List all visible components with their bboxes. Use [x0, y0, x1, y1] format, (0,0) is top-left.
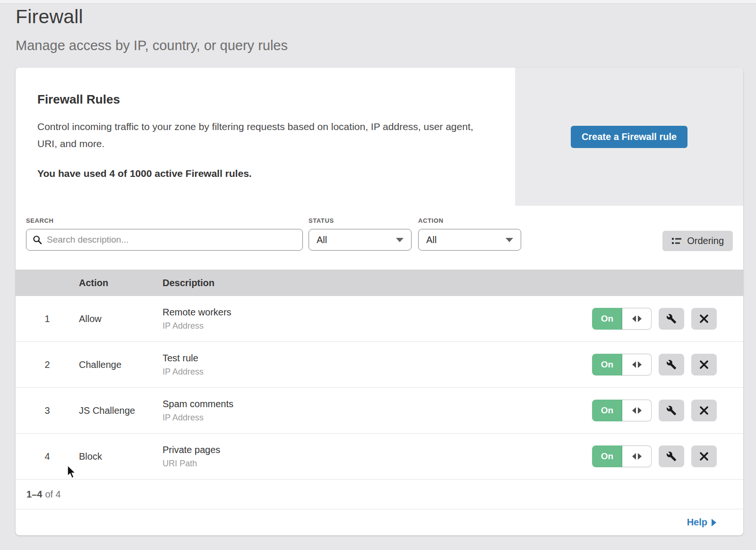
rule-toggle[interactable]: On	[592, 400, 652, 421]
rule-priority: 1	[16, 314, 79, 324]
ordering-button-label: Ordering	[687, 236, 724, 246]
edit-rule-button[interactable]	[659, 308, 684, 330]
left-arrow-icon	[632, 453, 636, 460]
left-arrow-icon	[632, 407, 636, 414]
delete-rule-button[interactable]	[691, 308, 717, 330]
rule-type: IP Address	[163, 321, 591, 331]
list-icon	[671, 236, 682, 246]
firewall-rules-card: Firewall Rules Control incoming traffic …	[16, 68, 743, 535]
wrench-icon	[666, 405, 677, 416]
rule-description: Private pages	[163, 445, 591, 455]
delete-rule-button[interactable]	[691, 354, 717, 375]
search-input-box[interactable]	[26, 229, 303, 251]
toggle-on-label: On	[592, 445, 622, 467]
mouse-cursor	[67, 465, 79, 479]
table-header: Action Description	[16, 270, 743, 296]
edit-rule-button[interactable]	[659, 445, 684, 467]
action-select[interactable]: All	[418, 229, 521, 251]
wrench-icon	[666, 359, 677, 370]
reorder-handle[interactable]	[622, 308, 652, 330]
rule-description-cell: Remote workers IP Address	[163, 307, 591, 331]
table-row: 2 Challenge Test rule IP Address On	[16, 342, 743, 388]
table-row: 3 JS Challenge Spam comments IP Address …	[16, 388, 743, 434]
rule-description: Spam comments	[163, 399, 591, 410]
reorder-handle[interactable]	[622, 400, 652, 421]
toggle-on-label: On	[592, 400, 622, 421]
rule-action: Challenge	[79, 359, 163, 370]
right-arrow-icon	[638, 453, 642, 460]
reorder-handle[interactable]	[622, 445, 652, 467]
section-description: Control incoming traffic to your zone by…	[37, 118, 484, 152]
edit-rule-button[interactable]	[659, 354, 684, 375]
pagination-total: of 4	[45, 489, 60, 500]
rule-priority: 2	[16, 359, 79, 370]
chevron-down-icon	[396, 238, 404, 242]
toggle-on-label: On	[592, 354, 622, 375]
rule-action: Allow	[79, 314, 163, 324]
pagination-range: 1–4	[26, 489, 42, 500]
left-arrow-icon	[632, 361, 636, 368]
status-select[interactable]: All	[309, 229, 412, 251]
rule-description-cell: Spam comments IP Address	[163, 399, 591, 423]
rule-toggle[interactable]: On	[592, 308, 652, 330]
window-top-strip	[0, 0, 756, 4]
arrow-right-icon	[712, 519, 716, 526]
usage-summary: You have used 4 of 1000 active Firewall …	[37, 168, 496, 179]
rule-description-cell: Test rule IP Address	[163, 353, 591, 377]
x-icon	[699, 406, 709, 415]
rule-priority: 4	[16, 451, 79, 462]
rule-toggle[interactable]: On	[592, 445, 652, 467]
edit-rule-button[interactable]	[659, 400, 684, 421]
search-label: SEARCH	[26, 217, 303, 224]
toggle-on-label: On	[592, 308, 622, 330]
wrench-icon	[666, 451, 677, 462]
action-column-header: Action	[79, 278, 163, 288]
search-filter-group: SEARCH	[26, 217, 303, 270]
right-arrow-icon	[638, 315, 642, 322]
table-row: 4 Block Private pages URI Path On	[16, 434, 743, 480]
rule-toggle[interactable]: On	[592, 354, 652, 375]
page-header: Firewall Manage access by IP, country, o…	[16, 6, 288, 53]
help-bar: Help	[16, 509, 743, 535]
right-arrow-icon	[638, 407, 642, 414]
reorder-handle[interactable]	[622, 354, 652, 375]
rule-type: URI Path	[163, 459, 591, 469]
chevron-down-icon	[506, 238, 513, 242]
rule-controls: On	[591, 445, 743, 467]
rule-controls: On	[591, 400, 743, 421]
create-firewall-rule-button[interactable]: Create a Firewall rule	[571, 126, 687, 148]
left-arrow-icon	[632, 315, 636, 322]
help-link-label: Help	[687, 517, 707, 528]
page-title: Firewall	[16, 6, 288, 28]
action-selected-value: All	[426, 235, 437, 245]
action-label: ACTION	[418, 217, 521, 224]
rule-type: IP Address	[163, 367, 591, 377]
ordering-button[interactable]: Ordering	[662, 231, 733, 251]
search-icon	[33, 235, 42, 244]
pagination-bar: 1–4 of 4	[16, 480, 743, 509]
description-column-header: Description	[163, 278, 591, 288]
action-filter-group: ACTION All	[418, 217, 521, 270]
card-top-section: Firewall Rules Control incoming traffic …	[16, 68, 743, 206]
create-rule-panel: Create a Firewall rule	[515, 68, 743, 206]
rule-controls: On	[591, 354, 743, 375]
delete-rule-button[interactable]	[691, 400, 717, 421]
status-selected-value: All	[317, 235, 327, 245]
x-icon	[699, 452, 709, 461]
x-icon	[699, 314, 709, 323]
search-input[interactable]	[47, 235, 296, 245]
rule-action: Block	[79, 451, 163, 462]
x-icon	[699, 360, 709, 369]
status-label: STATUS	[309, 217, 412, 224]
rule-controls: On	[591, 308, 743, 330]
right-arrow-icon	[638, 361, 642, 368]
intro-section: Firewall Rules Control incoming traffic …	[16, 68, 515, 206]
help-link[interactable]: Help	[687, 517, 716, 528]
table-row: 1 Allow Remote workers IP Address On	[16, 296, 743, 342]
delete-rule-button[interactable]	[691, 445, 717, 467]
section-heading: Firewall Rules	[37, 92, 496, 107]
filters-bar: SEARCH STATUS All ACTION All	[16, 206, 743, 270]
page-subtitle: Manage access by IP, country, or query r…	[16, 38, 288, 53]
rule-priority: 3	[16, 405, 79, 416]
rule-description: Test rule	[163, 353, 591, 364]
